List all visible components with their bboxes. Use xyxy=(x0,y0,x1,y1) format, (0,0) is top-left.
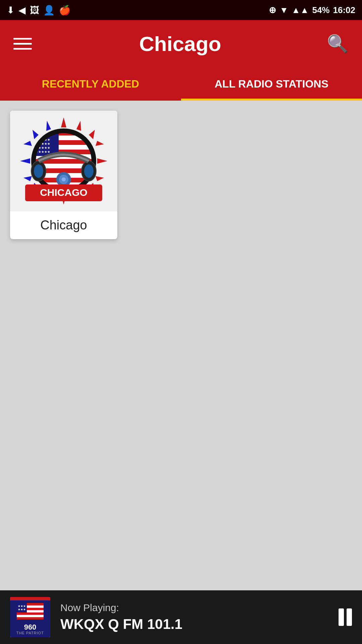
svg-point-44 xyxy=(62,177,66,181)
svg-rect-53 xyxy=(17,617,44,620)
svg-marker-0 xyxy=(61,117,66,127)
add-circle-icon: ⊕ xyxy=(269,5,276,15)
download-icon: ⬇ xyxy=(7,5,14,16)
wifi-icon: ▼ xyxy=(280,5,288,15)
svg-marker-11 xyxy=(23,141,32,146)
search-button[interactable]: 🔍 xyxy=(327,34,349,54)
now-playing-label: Now Playing: xyxy=(60,602,328,613)
svg-text:CHICAGO: CHICAGO xyxy=(40,187,87,198)
svg-point-41 xyxy=(84,164,94,178)
menu-button[interactable] xyxy=(13,38,34,50)
svg-marker-10 xyxy=(33,130,39,139)
clock: 16:02 xyxy=(333,5,356,15)
now-playing-bar: ★★★ ★★★ 960 THE PATRIOT Now Playing: WKQ… xyxy=(0,590,362,644)
svg-text:★★★: ★★★ xyxy=(18,608,26,611)
tab-all-radio-stations[interactable]: ALL RADIO STATIONS xyxy=(181,67,362,101)
svg-marker-9 xyxy=(46,121,51,131)
apple-icon: 🍎 xyxy=(59,5,71,16)
station-card-label: Chicago xyxy=(10,211,117,239)
image-icon: 🖼 xyxy=(30,5,39,16)
person-icon: 👤 xyxy=(43,5,55,16)
svg-marker-12 xyxy=(20,158,30,164)
back-icon: ◀ xyxy=(18,5,26,16)
tab-recently-added[interactable]: RECENTLY ADDED xyxy=(0,67,181,101)
status-bar: ⬇ ◀ 🖼 👤 🍎 ⊕ ▼ ▲▲ 54% 16:02 xyxy=(0,0,362,20)
svg-point-39 xyxy=(34,164,43,178)
pause-bar-left xyxy=(339,608,344,626)
station-card-image: ★★★★★ ★★★★★ ★★★★★ ★★★★★ ★★★★★ xyxy=(10,111,117,211)
main-content: ★★★★★ ★★★★★ ★★★★★ ★★★★★ ★★★★★ xyxy=(0,101,362,590)
app-bar: Chicago 🔍 xyxy=(0,20,362,67)
svg-rect-52 xyxy=(17,615,44,617)
menu-line-2 xyxy=(13,43,32,45)
patriot-logo: ★★★ ★★★ 960 THE PATRIOT xyxy=(10,597,50,637)
svg-marker-1 xyxy=(76,121,81,131)
menu-line-3 xyxy=(13,48,32,50)
page-title: Chicago xyxy=(139,32,221,56)
now-playing-logo[interactable]: ★★★ ★★★ 960 THE PATRIOT xyxy=(10,597,50,637)
menu-line-1 xyxy=(13,38,32,40)
now-playing-text: Now Playing: WKQX Q FM 101.1 xyxy=(60,602,328,632)
svg-marker-5 xyxy=(96,176,104,181)
battery-indicator: 54% xyxy=(312,5,329,15)
svg-rect-51 xyxy=(17,612,44,615)
status-bar-right: ⊕ ▼ ▲▲ 54% 16:02 xyxy=(269,5,355,15)
now-playing-station: WKQX Q FM 101.1 xyxy=(60,616,328,632)
svg-marker-4 xyxy=(97,158,107,164)
chicago-radio-logo: ★★★★★ ★★★★★ ★★★★★ ★★★★★ ★★★★★ xyxy=(17,114,111,208)
pause-button[interactable] xyxy=(339,608,352,626)
svg-text:★★★: ★★★ xyxy=(18,604,26,608)
svg-marker-2 xyxy=(89,130,95,139)
svg-marker-3 xyxy=(96,141,104,146)
pause-bar-right xyxy=(347,608,352,626)
station-card-chicago[interactable]: ★★★★★ ★★★★★ ★★★★★ ★★★★★ ★★★★★ xyxy=(10,111,117,239)
signal-icon: ▲▲ xyxy=(292,5,309,15)
status-bar-left: ⬇ ◀ 🖼 👤 🍎 xyxy=(7,5,71,16)
tab-bar: RECENTLY ADDED ALL RADIO STATIONS xyxy=(0,67,362,101)
svg-marker-13 xyxy=(23,176,32,181)
